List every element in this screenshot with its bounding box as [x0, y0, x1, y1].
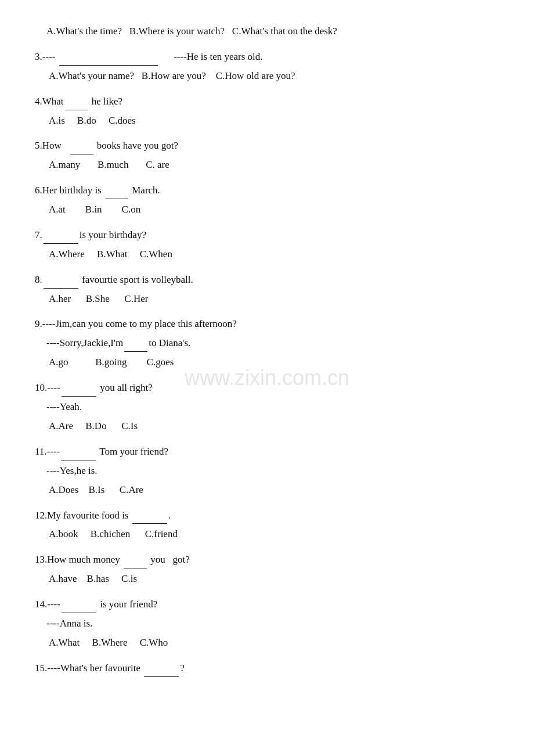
q15-line: 15.----What's her favourite ?: [35, 660, 499, 677]
q11-blank: [61, 443, 96, 460]
q14-blank: [62, 596, 96, 613]
q11-line2: ----Yes,he is.: [46, 463, 499, 480]
q14-line2: ----Anna is.: [46, 615, 499, 632]
q13-blank: [124, 551, 147, 568]
q9-options: A.go B.going C.goes: [49, 354, 499, 371]
q6-line: 6.Her birthday is March.: [35, 182, 499, 199]
q15-blank: [144, 660, 179, 677]
q8-line: 8. favourtie sport is volleyball.: [35, 271, 499, 289]
question-7: 7. is your birthday? A.Where B.What C.Wh…: [35, 226, 499, 263]
q9-blank: [124, 334, 147, 352]
question-6: 6.Her birthday is March. A.at B.in C.on: [35, 182, 499, 218]
question-8: 8. favourtie sport is volleyball. A.her …: [35, 271, 499, 308]
q7-options: A.Where B.What C.When: [49, 246, 499, 263]
q5-options: A.many B.much C. are: [49, 157, 499, 174]
q9-line2: ----Sorry,Jackie,I'm to Diana's.: [46, 334, 499, 352]
q12-options: A.book B.chichen C.friend: [49, 526, 499, 543]
options-line-2: A.What's the time? B.Where is your watch…: [46, 23, 499, 40]
options-block-2: A.What's the time? B.Where is your watch…: [35, 23, 499, 40]
question-14: 14.---- is your friend? ----Anna is. A.W…: [35, 596, 499, 651]
q7-blank: [44, 226, 78, 244]
question-9: 9.----Jim,can you come to my place this …: [35, 316, 499, 372]
q10-options: A.Are B.Do C.Is: [49, 418, 499, 435]
question-13: 13.How much money you got? A.have B.has …: [35, 551, 499, 588]
q8-options: A.her B.She C.Her: [49, 291, 499, 308]
q8-blank: [44, 271, 78, 289]
q6-blank: [105, 182, 128, 199]
question-3: 3.---- ----He is ten years old. A.What's…: [35, 48, 499, 85]
q3-blank: [59, 48, 158, 66]
q12-blank: [132, 507, 167, 524]
question-10: 10.---- you all right? ----Yeah. A.Are B…: [35, 379, 499, 435]
q4-line: 4.What he like?: [35, 93, 499, 110]
q5-line: 5.How books have you got?: [35, 137, 499, 154]
question-12: 12.My favourite food is . A.book B.chich…: [35, 507, 499, 543]
q5-blank: [70, 137, 93, 154]
q4-options: A.is B.do C.does: [49, 113, 499, 129]
q9-line1: 9.----Jim,can you come to my place this …: [35, 316, 499, 333]
question-4: 4.What he like? A.is B.do C.does: [35, 93, 499, 129]
question-11: 11.---- Tom your friend? ----Yes,he is. …: [35, 443, 499, 499]
q14-options: A.What B.Where C.Who: [49, 635, 499, 651]
q12-line: 12.My favourite food is .: [35, 507, 499, 524]
q3-line: 3.---- ----He is ten years old.: [35, 48, 499, 66]
q3-options: A.What's your name? B.How are you? C.How…: [49, 68, 499, 85]
q13-options: A.have B.has C.is: [49, 571, 499, 588]
q7-line: 7. is your birthday?: [35, 226, 499, 244]
q11-options: A.Does B.Is C.Are: [49, 482, 499, 499]
q10-line2: ----Yeah.: [46, 399, 499, 416]
q10-blank: [62, 379, 96, 397]
q13-line: 13.How much money you got?: [35, 551, 499, 568]
q14-line1: 14.---- is your friend?: [35, 596, 499, 613]
q10-line1: 10.---- you all right?: [35, 379, 499, 397]
q4-blank: [65, 93, 88, 110]
q6-options: A.at B.in C.on: [49, 201, 499, 218]
question-15: 15.----What's her favourite ?: [35, 660, 499, 677]
question-5: 5.How books have you got? A.many B.much …: [35, 137, 499, 174]
q11-line1: 11.---- Tom your friend?: [35, 443, 499, 460]
